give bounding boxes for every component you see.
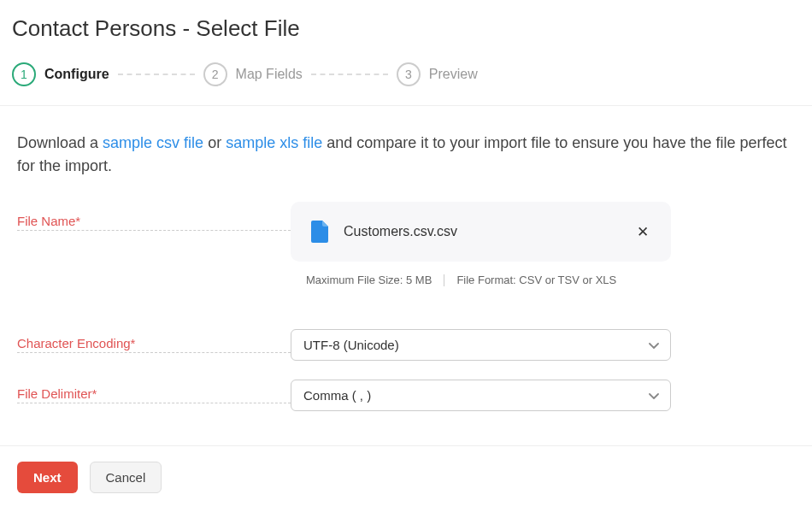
step-number: 2 <box>203 62 227 86</box>
encoding-value: UTF-8 (Unicode) <box>303 338 399 352</box>
step-number: 1 <box>12 62 36 86</box>
step-map-fields: 2 Map Fields <box>203 62 303 86</box>
file-max-size: Maximum File Size: 5 MB <box>306 274 432 286</box>
sample-xls-link[interactable]: sample xls file <box>226 134 322 151</box>
delimiter-select[interactable]: Comma ( , ) <box>291 380 671 411</box>
step-label: Preview <box>429 67 478 82</box>
sample-csv-link[interactable]: sample csv file <box>103 134 203 151</box>
step-preview: 3 Preview <box>397 62 478 86</box>
file-name-label: File Name* <box>17 214 291 231</box>
step-label: Map Fields <box>236 67 303 82</box>
stepper: 1 Configure 2 Map Fields 3 Preview <box>0 57 812 105</box>
intro-text: Download a sample csv file or sample xls… <box>17 132 795 178</box>
file-selected-box: Customers.csv.csv ✕ <box>291 202 671 262</box>
divider <box>0 445 812 446</box>
step-connector <box>311 74 388 75</box>
page-title: Contact Persons - Select File <box>0 0 812 57</box>
file-name-text: Customers.csv.csv <box>344 224 457 239</box>
encoding-select[interactable]: UTF-8 (Unicode) <box>291 329 671 361</box>
meta-separator <box>444 274 444 286</box>
delimiter-label: File Delimiter* <box>17 386 291 403</box>
file-format: File Format: CSV or TSV or XLS <box>456 274 616 286</box>
delimiter-value: Comma ( , ) <box>303 388 371 403</box>
step-number: 3 <box>397 62 421 86</box>
close-icon[interactable]: ✕ <box>632 223 654 241</box>
step-configure[interactable]: 1 Configure <box>12 62 109 86</box>
next-button[interactable]: Next <box>17 462 78 493</box>
file-icon <box>311 221 328 243</box>
step-connector <box>118 74 195 75</box>
cancel-button[interactable]: Cancel <box>90 462 162 493</box>
step-label: Configure <box>44 67 109 82</box>
encoding-label: Character Encoding* <box>17 336 291 353</box>
